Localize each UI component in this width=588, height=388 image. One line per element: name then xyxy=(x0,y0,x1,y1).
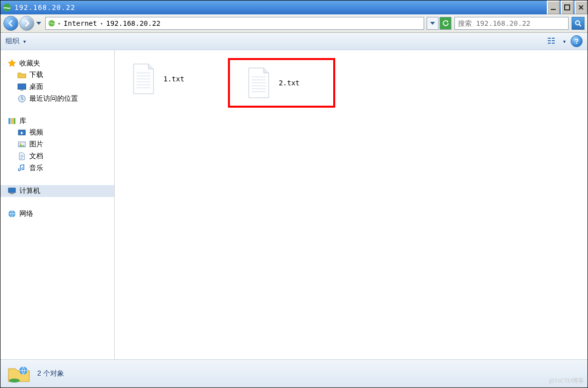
network-icon xyxy=(7,209,16,218)
address-dropdown-button[interactable] xyxy=(427,17,439,30)
title-bar: 192.168.20.22 xyxy=(0,0,588,14)
body: 收藏夹 下载 桌面 最近访问的位置 库 xyxy=(0,50,588,359)
sidebar-item-pictures[interactable]: 图片 xyxy=(0,138,114,150)
sidebar-item-video[interactable]: 视频 xyxy=(0,127,114,138)
history-dropdown-icon[interactable] xyxy=(35,19,42,28)
sidebar-item-computer[interactable]: 计算机 xyxy=(0,185,114,197)
svg-point-37 xyxy=(9,379,20,383)
svg-rect-21 xyxy=(8,188,15,193)
sidebar-head-favorites[interactable]: 收藏夹 xyxy=(0,58,114,69)
file-name: 1.txt xyxy=(163,75,184,83)
svg-rect-17 xyxy=(13,118,15,124)
svg-line-5 xyxy=(579,24,581,26)
svg-rect-22 xyxy=(10,193,14,194)
breadcrumb-path[interactable]: 192.168.20.22 xyxy=(105,19,162,27)
organize-label: 组织 xyxy=(5,37,19,46)
chevron-right-icon: ▾ xyxy=(100,21,103,26)
status-folder-icon xyxy=(7,364,30,384)
chevron-down-icon[interactable]: ▾ xyxy=(563,39,566,44)
watermark-text: @51CTO博客 xyxy=(549,377,584,385)
address-bar[interactable]: ▾ Internet ▾ 192.168.20.22 xyxy=(45,17,424,30)
svg-rect-16 xyxy=(11,118,13,124)
chevron-right-icon: ▾ xyxy=(58,21,61,26)
sidebar-item-label: 视频 xyxy=(29,128,43,137)
sidebar-item-documents[interactable]: 文档 xyxy=(0,150,114,162)
sidebar-head-libraries[interactable]: 库 xyxy=(0,116,114,127)
sidebar-item-label: 图片 xyxy=(29,140,43,149)
search-input[interactable] xyxy=(457,19,566,28)
explorer-window: 192.168.20.22 ▾ Internet ▾ 192.168.20.22 xyxy=(0,0,588,388)
file-item[interactable]: 1.txt xyxy=(127,58,188,100)
refresh-button[interactable] xyxy=(440,17,451,30)
folder-icon xyxy=(17,70,26,79)
address-bar-row: ▾ Internet ▾ 192.168.20.22 xyxy=(0,14,588,33)
chevron-down-icon: ▾ xyxy=(23,39,26,44)
svg-point-4 xyxy=(576,21,580,25)
sidebar: 收藏夹 下载 桌面 最近访问的位置 库 xyxy=(0,50,115,359)
search-button[interactable] xyxy=(572,17,585,30)
computer-icon xyxy=(7,187,16,195)
back-button[interactable] xyxy=(3,16,18,31)
svg-rect-8 xyxy=(548,43,551,44)
svg-rect-7 xyxy=(548,40,551,41)
search-box[interactable] xyxy=(454,17,569,30)
sidebar-item-label: 下载 xyxy=(29,70,43,79)
text-file-icon xyxy=(131,63,156,95)
window-title: 192.168.20.22 xyxy=(14,3,546,11)
svg-rect-11 xyxy=(552,43,555,44)
forward-button[interactable] xyxy=(19,16,34,31)
file-item[interactable]: 2.txt xyxy=(242,62,303,104)
music-icon xyxy=(17,164,26,173)
sidebar-item-label: 库 xyxy=(19,117,26,126)
status-text: 2 个对象 xyxy=(37,369,64,378)
status-bar: 2 个对象 @51CTO博客 xyxy=(0,359,588,388)
sidebar-item-label: 桌面 xyxy=(29,82,43,91)
sidebar-item-downloads[interactable]: 下载 xyxy=(0,69,114,81)
view-options-button[interactable] xyxy=(547,37,558,46)
recent-icon xyxy=(17,94,26,103)
text-file-icon xyxy=(246,67,272,99)
libraries-icon xyxy=(7,117,16,126)
documents-icon xyxy=(17,152,26,161)
video-icon xyxy=(17,128,26,137)
pictures-icon xyxy=(17,140,26,149)
sidebar-item-recent[interactable]: 最近访问的位置 xyxy=(0,93,114,105)
help-button[interactable]: ? xyxy=(571,35,583,47)
sidebar-item-desktop[interactable]: 桌面 xyxy=(0,81,114,93)
sidebar-item-music[interactable]: 音乐 xyxy=(0,162,114,174)
sidebar-item-label: 网络 xyxy=(19,209,33,218)
toolbar: 组织 ▾ ▾ ? xyxy=(0,33,588,50)
svg-rect-10 xyxy=(552,40,555,41)
maximize-button[interactable] xyxy=(561,0,574,14)
sidebar-item-label: 计算机 xyxy=(19,187,40,195)
sidebar-item-label: 最近访问的位置 xyxy=(29,94,78,103)
svg-rect-9 xyxy=(552,38,555,39)
organize-menu[interactable]: 组织 ▾ xyxy=(5,37,26,46)
sidebar-item-label: 文档 xyxy=(29,152,43,161)
desktop-icon xyxy=(17,82,26,91)
file-pane: 1.txt 2.txt xyxy=(115,50,588,359)
sidebar-item-network[interactable]: 网络 xyxy=(0,208,114,220)
svg-rect-1 xyxy=(551,9,556,10)
svg-rect-2 xyxy=(565,5,570,10)
file-name: 2.txt xyxy=(279,79,299,87)
svg-rect-15 xyxy=(8,118,10,124)
svg-rect-12 xyxy=(18,84,26,89)
svg-point-20 xyxy=(20,143,21,145)
sidebar-item-label: 收藏夹 xyxy=(19,59,40,68)
star-icon xyxy=(7,59,16,68)
location-icon xyxy=(48,19,56,27)
window-controls xyxy=(546,0,588,14)
minimize-button[interactable] xyxy=(547,0,560,14)
nav-history xyxy=(3,16,42,31)
sidebar-item-label: 音乐 xyxy=(29,164,43,173)
address-tools xyxy=(427,17,451,30)
svg-rect-13 xyxy=(20,90,23,91)
annotation-highlight: 2.txt xyxy=(228,58,335,108)
svg-rect-6 xyxy=(548,38,551,39)
breadcrumb-root[interactable]: Internet xyxy=(63,19,98,27)
app-icon xyxy=(2,3,11,12)
close-button[interactable] xyxy=(575,0,588,14)
